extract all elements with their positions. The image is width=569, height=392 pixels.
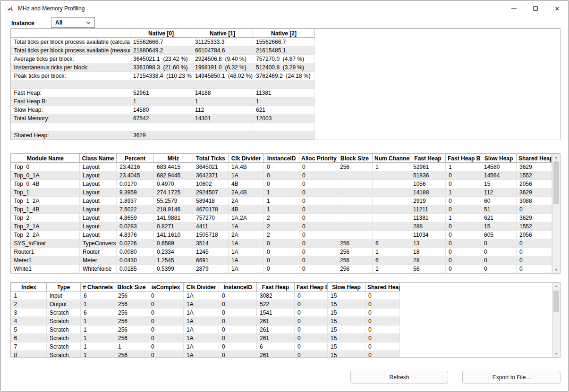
- table-cell[interactable]: 0: [264, 239, 299, 248]
- table-cell[interactable]: 0: [264, 163, 299, 171]
- table-cell[interactable]: 0: [481, 239, 517, 248]
- table-cell[interactable]: 0: [517, 248, 552, 256]
- table-cell[interactable]: Top_2_2A: [11, 231, 80, 239]
- table-cell[interactable]: 0: [295, 351, 328, 358]
- table-row[interactable]: Top_1_2ALayout1.893755.25795894182A10291…: [11, 197, 552, 205]
- table-cell[interactable]: 1552: [517, 171, 552, 180]
- table-cell[interactable]: 0: [264, 248, 299, 256]
- table-cell[interactable]: 0: [481, 256, 517, 265]
- table-cell[interactable]: 1A,2A: [229, 214, 264, 222]
- table-cell[interactable]: 0: [299, 222, 337, 231]
- table-cell[interactable]: 56: [410, 265, 446, 273]
- table-cell[interactable]: 28: [410, 256, 446, 265]
- table-cell[interactable]: Input: [47, 292, 81, 300]
- table-cell[interactable]: Top_0_4B: [11, 180, 80, 188]
- table-cell[interactable]: 256: [337, 239, 373, 248]
- table-row[interactable]: White1WhiteNoise0.01850.539928791A002561…: [11, 265, 552, 273]
- table-cell[interactable]: Layout: [80, 205, 117, 214]
- table-cell[interactable]: [337, 222, 373, 231]
- scroll-up-icon[interactable]: ▲: [552, 283, 560, 290]
- table-cell[interactable]: 218.9146: [154, 205, 193, 214]
- table-cell[interactable]: 3645021: [193, 163, 229, 171]
- table-cell[interactable]: 3629: [517, 188, 552, 197]
- table-cell[interactable]: 7: [11, 342, 47, 351]
- table-cell[interactable]: 0: [219, 300, 257, 309]
- table-cell[interactable]: Top_1_2A: [11, 197, 80, 205]
- table-cell[interactable]: [373, 222, 410, 231]
- minimize-button[interactable]: [503, 1, 525, 16]
- table-cell[interactable]: Scratch: [47, 334, 81, 342]
- table-cell[interactable]: [373, 214, 410, 222]
- table-cell[interactable]: 1: [373, 163, 410, 171]
- table-row[interactable]: Top_2_1ALayout0.02830.827144111A20288015…: [11, 222, 552, 231]
- table-cell[interactable]: 0: [295, 309, 328, 317]
- table-cell[interactable]: 2: [264, 222, 299, 231]
- table-cell[interactable]: 0: [295, 325, 328, 334]
- table-cell[interactable]: 261: [257, 351, 295, 358]
- export-button[interactable]: Export to File...: [462, 371, 561, 384]
- table-cell[interactable]: 18: [410, 248, 446, 256]
- table-row[interactable]: 4Scratch125601A02610150: [11, 317, 400, 325]
- table-cell[interactable]: 0: [481, 265, 517, 273]
- table-cell[interactable]: 15: [328, 334, 365, 342]
- table-cell[interactable]: Output: [47, 300, 81, 309]
- table-cell[interactable]: [373, 231, 410, 239]
- table-cell[interactable]: [337, 180, 373, 188]
- table-cell[interactable]: 55.2579: [154, 197, 193, 205]
- table-cell[interactable]: Scratch: [47, 351, 81, 358]
- table-cell[interactable]: 15: [328, 309, 365, 317]
- table-cell[interactable]: 1: [373, 265, 410, 273]
- table-cell[interactable]: Scratch: [47, 309, 81, 317]
- table-cell[interactable]: 1: [115, 342, 148, 351]
- table-cell[interactable]: 256: [115, 351, 148, 358]
- table-cell[interactable]: 0.4970: [154, 180, 193, 188]
- table-cell[interactable]: 1A: [229, 222, 264, 231]
- table-cell[interactable]: 0: [219, 292, 257, 300]
- table-cell[interactable]: 0: [365, 317, 400, 325]
- table-cell[interactable]: 1: [264, 197, 299, 205]
- table-cell[interactable]: 15: [481, 180, 517, 188]
- table-cell[interactable]: 0: [365, 351, 400, 358]
- table-cell[interactable]: 0: [148, 317, 184, 325]
- table-row[interactable]: 3Scratch625601A015410150: [11, 309, 400, 317]
- table-cell[interactable]: 1: [264, 188, 299, 197]
- table-cell[interactable]: Meter1: [11, 256, 80, 265]
- table-cell[interactable]: Top_2_1A: [11, 222, 80, 231]
- scroll-down-icon[interactable]: ▼: [552, 266, 560, 273]
- table-cell[interactable]: 0: [148, 351, 184, 358]
- table-cell[interactable]: 1245: [193, 248, 229, 256]
- table-cell[interactable]: 0: [299, 188, 337, 197]
- table-cell[interactable]: 0: [446, 256, 481, 265]
- table-cell[interactable]: 1: [446, 188, 481, 197]
- table-cell[interactable]: Top_1: [11, 188, 80, 197]
- table-cell[interactable]: 1: [81, 342, 115, 351]
- table-cell[interactable]: 261: [257, 334, 295, 342]
- table-cell[interactable]: 4: [11, 317, 47, 325]
- table-cell[interactable]: 6: [373, 239, 410, 248]
- table-cell[interactable]: 14564: [481, 171, 517, 180]
- table-cell[interactable]: 0: [299, 231, 337, 239]
- table-cell[interactable]: SYS_toFloat: [11, 239, 80, 248]
- table-cell[interactable]: [373, 171, 410, 180]
- table-cell[interactable]: 605: [481, 231, 517, 239]
- table-cell[interactable]: 4B: [229, 180, 264, 188]
- table-cell[interactable]: 2879: [193, 265, 229, 273]
- table-cell[interactable]: Layout: [80, 188, 117, 197]
- table-cell[interactable]: 3629: [517, 163, 552, 171]
- table-row[interactable]: Meter1Meter0.04301.254566911A00256628000: [11, 256, 552, 265]
- table-cell[interactable]: 1A: [184, 317, 219, 325]
- table-cell[interactable]: 10602: [193, 180, 229, 188]
- table-cell[interactable]: 256: [115, 309, 148, 317]
- table-cell[interactable]: 1A: [229, 265, 264, 273]
- table-cell[interactable]: 1.8937: [117, 197, 154, 205]
- table-cell[interactable]: 1: [81, 351, 115, 358]
- table-cell[interactable]: 2056: [517, 180, 552, 188]
- table-cell[interactable]: TypeConversion: [80, 239, 117, 248]
- table-cell[interactable]: 15: [328, 325, 365, 334]
- table-cell[interactable]: 11034: [410, 231, 446, 239]
- table-row[interactable]: SYS_toFloatTypeConversion0.02260.6589351…: [11, 239, 552, 248]
- table-row[interactable]: Top_1_4BLayout7.5022218.914646701784B101…: [11, 205, 552, 214]
- table-cell[interactable]: 2: [264, 214, 299, 222]
- table-cell[interactable]: 0: [264, 256, 299, 265]
- table-cell[interactable]: 0: [481, 248, 517, 256]
